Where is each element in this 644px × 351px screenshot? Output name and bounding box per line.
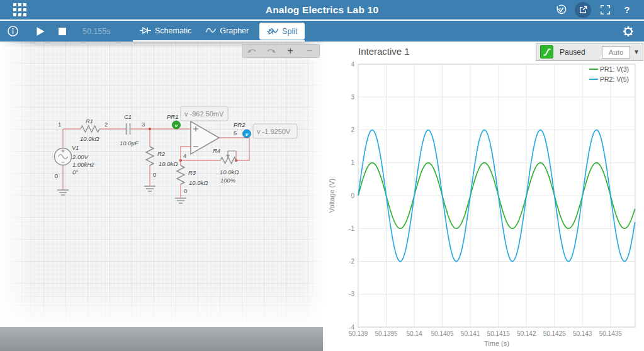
probe-pr2-v: v [246, 131, 249, 137]
x-tick-label: 50.139 [349, 330, 368, 337]
y-tick-label: -4 [349, 324, 354, 331]
gnd-label-r2: 0 [153, 171, 156, 178]
oscilloscope-chart: -4-3-2-10123450.143550.14350.142550.1425… [324, 42, 644, 351]
simulation-timer: 50.155s [82, 27, 115, 36]
split-view-icon [266, 27, 279, 36]
r4-ref-label: R4 [213, 147, 220, 154]
stop-button[interactable] [53, 22, 72, 41]
schematic-canvas[interactable]: V1 2.00V 1.00kHz 0° R1 10.0kΩ C1 10.0µF [0, 42, 323, 351]
info-icon[interactable] [3, 22, 22, 41]
tab-grapher[interactable]: Grapher [198, 21, 256, 40]
sim-toolbar: 50.155s Schematic Grapher Split [0, 21, 644, 42]
y-tick-label: -2 [349, 258, 354, 265]
tab-schematic-label: Schematic [155, 26, 191, 35]
grapher-panel: Interactive 1 Paused Auto ▼ -4-3-2-10123… [323, 42, 644, 351]
legend-entry: PR2: V(5) [600, 75, 629, 83]
x-tick-label: 50.1435 [599, 330, 623, 337]
y-tick-label: 4 [351, 61, 354, 68]
probe-pr1[interactable]: v [172, 121, 181, 129]
view-tabstrip: Schematic Grapher Split [133, 21, 305, 42]
probe-pr1-name: PR1 [167, 113, 178, 120]
ground-symbol [57, 186, 186, 203]
probe-pr2-name: PR2 [234, 121, 246, 128]
r3-ref-label: R3 [188, 169, 196, 176]
node-label-5: 5 [234, 130, 237, 136]
v1-phase-label: 0° [72, 169, 78, 176]
circuit-drawing: V1 2.00V 1.00kHz 0° R1 10.0kΩ C1 10.0µF [0, 42, 323, 327]
probe-pr1-v: v [175, 123, 178, 128]
y-axis-label: Voltage (V) [328, 179, 336, 213]
component-v1[interactable] [55, 148, 72, 165]
tab-split[interactable]: Split [259, 23, 304, 40]
canvas-bottom-scrollbar[interactable] [0, 327, 323, 351]
y-tick-label: 3 [351, 94, 354, 101]
x-tick-label: 50.141 [461, 330, 480, 337]
node-label-4: 4 [183, 152, 186, 159]
y-tick-label: 1 [351, 159, 354, 166]
r1-ref-label: R1 [86, 118, 93, 125]
diode-icon [140, 26, 152, 35]
x-tick-label: 50.142 [517, 330, 536, 337]
run-button[interactable] [31, 22, 50, 41]
node-label-1: 1 [58, 121, 61, 128]
tab-schematic[interactable]: Schematic [133, 21, 198, 40]
probe-pr2[interactable]: v [243, 130, 251, 138]
v1-value-label: 2.00V [72, 153, 89, 160]
node-label-3: 3 [142, 121, 145, 128]
component-r2[interactable] [146, 147, 154, 165]
v1-ref-label: V1 [72, 144, 79, 151]
r2-ref-label: R2 [157, 150, 166, 157]
node-label-2: 2 [105, 121, 108, 128]
component-c1[interactable] [127, 123, 130, 135]
tab-grapher-label: Grapher [220, 26, 249, 35]
history-check-icon[interactable] [553, 2, 569, 18]
x-tick-label: 50.14 [407, 330, 422, 337]
x-tick-label: 50.1425 [543, 330, 567, 337]
legend-entry: PR1: V(3) [600, 65, 629, 73]
r3-value-label: 10.0kΩ [189, 179, 208, 186]
v1-freq-label: 1.00kHz [72, 161, 94, 168]
y-tick-label: 2 [351, 126, 354, 133]
zoom-in-icon[interactable]: + [283, 45, 298, 57]
y-tick-label: -3 [349, 291, 354, 298]
c1-value-label: 10.0µF [120, 140, 139, 147]
redo-icon[interactable] [264, 45, 279, 57]
app-header: Analog Electrics Lab 10 ? [0, 0, 644, 20]
gnd-label-r3: 0 [184, 187, 187, 194]
gear-icon[interactable] [619, 22, 638, 41]
gnd-label-v1: 0 [55, 172, 58, 179]
x-tick-label: 50.143 [573, 330, 592, 337]
r4-percent-label: 100% [220, 177, 236, 184]
undo-icon[interactable] [244, 45, 259, 57]
x-tick-label: 50.1395 [375, 330, 398, 337]
zoom-out-icon[interactable]: − [302, 45, 317, 57]
fullscreen-icon[interactable] [597, 2, 613, 18]
svg-text:v -962.50mV: v -962.50mV [184, 110, 224, 118]
component-r4[interactable] [220, 151, 236, 164]
x-axis-label: Time (s) [484, 340, 509, 347]
r2-value-label: 10.0kΩ [159, 160, 178, 167]
probe-pr2-reading[interactable]: v -1.9250V [253, 124, 297, 138]
share-icon[interactable] [575, 2, 591, 18]
page-title: Analog Electrics Lab 10 [0, 4, 644, 16]
r1-value-label: 10.0kΩ [80, 135, 99, 142]
probe-pr1-reading[interactable]: v -962.50mV [181, 106, 228, 121]
component-r1[interactable] [81, 126, 99, 132]
c1-ref-label: C1 [124, 113, 132, 120]
x-tick-label: 50.1415 [487, 330, 511, 337]
y-tick-label: -1 [349, 225, 354, 232]
help-icon[interactable]: ? [619, 2, 635, 18]
x-tick-label: 50.1405 [431, 330, 455, 337]
svg-text:v -1.9250V: v -1.9250V [257, 128, 291, 135]
y-tick-label: 0 [351, 192, 354, 199]
r4-value-label: 10.0kΩ [220, 169, 239, 176]
tab-split-label: Split [282, 27, 297, 36]
canvas-zoom-toolbar: + − [242, 44, 320, 58]
sine-icon [205, 26, 217, 35]
component-r3[interactable] [177, 165, 184, 184]
